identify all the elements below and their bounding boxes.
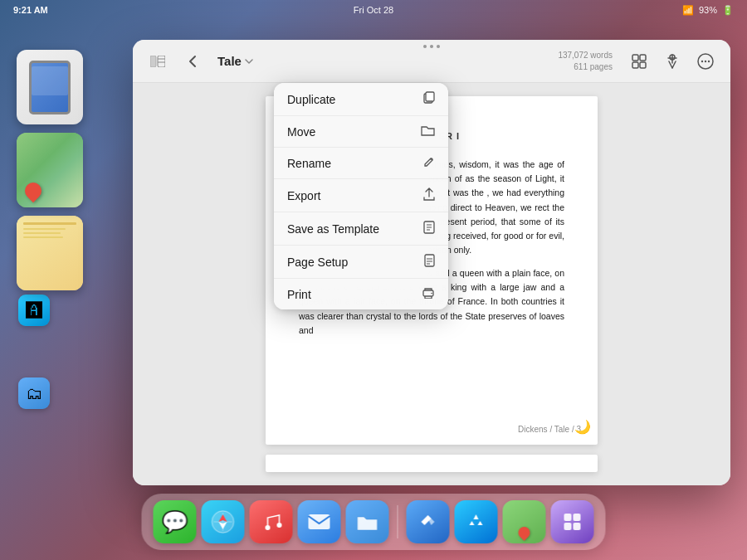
svg-rect-4 xyxy=(632,55,638,61)
document-title-area[interactable]: Tale xyxy=(217,54,253,68)
grid-view-button[interactable] xyxy=(626,48,652,75)
menu-item-rename-label: Rename xyxy=(287,157,331,170)
move-icon xyxy=(421,124,435,139)
page-setup-icon xyxy=(424,254,435,270)
print-icon xyxy=(422,287,435,301)
template-icon xyxy=(423,221,435,236)
back-button[interactable] xyxy=(179,48,206,75)
menu-item-print-left: Print xyxy=(287,288,311,301)
svg-rect-7 xyxy=(640,62,646,68)
menu-item-move[interactable]: Move xyxy=(274,116,448,148)
sidebar-files-icon[interactable]: 🗂 xyxy=(18,377,50,409)
document-stats: 137,072 words 611 pages xyxy=(558,50,613,73)
menu-item-save-as-template[interactable]: Save as Template xyxy=(274,212,448,246)
word-count: 137,072 words xyxy=(558,50,613,61)
dock: 💬 xyxy=(142,494,606,550)
dock-music[interactable] xyxy=(250,500,293,543)
menu-item-rename[interactable]: Rename xyxy=(274,148,448,179)
status-bar: 9:21 AM Fri Oct 28 📶 93% 🔋 xyxy=(0,0,747,20)
menu-item-rename-left: Rename xyxy=(287,157,331,170)
menu-item-duplicate-label: Duplicate xyxy=(287,93,335,106)
menu-item-template-left: Save as Template xyxy=(287,222,379,236)
menu-item-template-label: Save as Template xyxy=(287,222,379,236)
drag-dot-2 xyxy=(430,45,433,48)
wifi-icon: 📶 xyxy=(682,5,694,16)
battery-percent: 93% xyxy=(699,5,717,15)
battery-icon: 🔋 xyxy=(722,5,734,16)
status-date: Fri Oct 28 xyxy=(354,5,393,15)
chevron-down-icon xyxy=(245,59,253,64)
menu-item-export[interactable]: Export xyxy=(274,179,448,212)
svg-point-11 xyxy=(705,60,706,61)
toolbar-right: 137,072 words 611 pages xyxy=(558,48,719,75)
menu-item-print-label: Print xyxy=(287,288,311,301)
sidebar-appstore-icon[interactable]: 🅰 xyxy=(18,295,50,326)
svg-rect-33 xyxy=(309,514,330,529)
svg-point-10 xyxy=(701,60,703,61)
svg-rect-1 xyxy=(158,56,165,67)
pin-button[interactable] xyxy=(659,48,686,75)
pages-window: Tale 137,072 words 611 pages xyxy=(133,40,730,485)
document-page-2 xyxy=(266,455,598,472)
svg-point-12 xyxy=(708,60,710,61)
toolbar-drag-dots xyxy=(423,45,440,48)
menu-item-pagesetup-label: Page Setup xyxy=(287,256,348,269)
svg-rect-37 xyxy=(574,523,581,530)
bg-thumb-notes[interactable] xyxy=(17,216,83,290)
svg-rect-6 xyxy=(632,62,638,68)
dock-appstore[interactable] xyxy=(455,500,498,543)
window-toolbar: Tale 137,072 words 611 pages xyxy=(133,40,730,83)
svg-point-31 xyxy=(266,525,271,530)
drag-dot-1 xyxy=(423,45,427,48)
svg-rect-19 xyxy=(425,255,434,266)
svg-point-24 xyxy=(431,293,432,295)
menu-item-duplicate[interactable]: Duplicate xyxy=(274,83,448,116)
sidebar-toggle-button[interactable] xyxy=(144,48,171,75)
dock-testflight[interactable] xyxy=(407,500,450,543)
svg-rect-35 xyxy=(574,514,581,521)
menu-item-print[interactable]: Print xyxy=(274,279,448,309)
dock-maps[interactable] xyxy=(503,500,546,543)
status-right: 📶 93% 🔋 xyxy=(682,5,734,16)
export-icon xyxy=(423,187,435,203)
menu-item-export-label: Export xyxy=(287,189,320,202)
rename-icon xyxy=(423,156,435,170)
bg-thumb-maps[interactable] xyxy=(17,133,83,207)
menu-item-move-left: Move xyxy=(287,125,315,139)
dock-files[interactable] xyxy=(346,500,389,543)
menu-item-export-left: Export xyxy=(287,189,320,202)
svg-rect-5 xyxy=(640,55,646,61)
page-count: 611 pages xyxy=(558,61,613,73)
status-time: 9:21 AM xyxy=(13,5,48,15)
drag-dot-3 xyxy=(437,45,440,48)
menu-item-page-setup[interactable]: Page Setup xyxy=(274,246,448,279)
dock-divider xyxy=(398,505,398,538)
svg-point-32 xyxy=(277,523,282,528)
more-options-button[interactable] xyxy=(692,48,719,75)
menu-item-move-label: Move xyxy=(287,125,315,139)
dock-messages[interactable]: 💬 xyxy=(154,500,197,543)
duplicate-icon xyxy=(422,91,435,107)
dock-apps[interactable] xyxy=(551,500,594,543)
dock-safari[interactable] xyxy=(202,500,245,543)
menu-item-pagesetup-left: Page Setup xyxy=(287,256,348,269)
menu-item-duplicate-left: Duplicate xyxy=(287,93,335,106)
svg-rect-0 xyxy=(150,56,156,67)
page-footer: Dickens / Tale / 3 xyxy=(518,423,581,436)
background-apps xyxy=(17,50,83,290)
dock-mail[interactable] xyxy=(298,500,341,543)
svg-rect-36 xyxy=(564,523,572,530)
moon-icon: 🌙 xyxy=(574,416,591,438)
bg-thumb-ipad[interactable] xyxy=(17,50,83,124)
dropdown-menu: Duplicate Move Rename xyxy=(274,83,448,309)
svg-rect-14 xyxy=(426,92,434,101)
svg-rect-34 xyxy=(564,514,572,521)
document-title: Tale xyxy=(217,54,242,68)
